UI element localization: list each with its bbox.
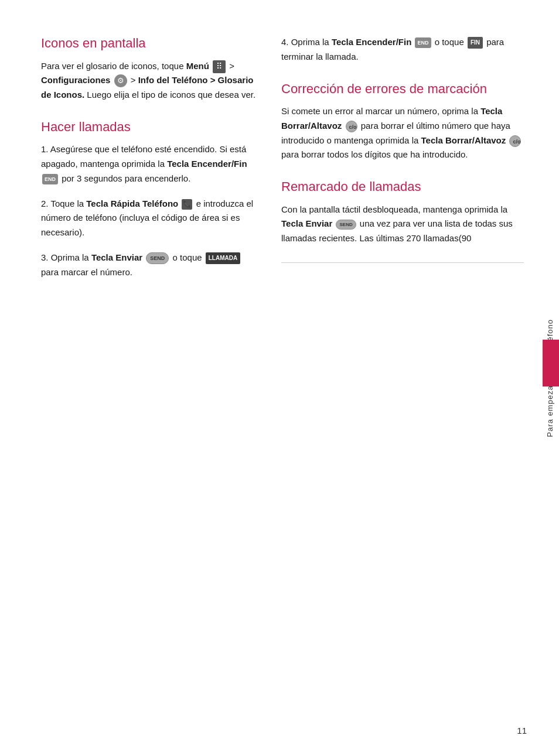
phone-icon — [182, 199, 192, 210]
main-content: Iconos en pantalla Para ver el glosario … — [0, 35, 559, 733]
bottom-divider — [281, 262, 524, 263]
item1-end: por 3 segundos para encenderlo. — [62, 173, 190, 183]
item2-start: 2. Toque la — [41, 199, 86, 208]
section-correccion: Corrección de errores de marcación Si co… — [281, 81, 524, 163]
side-tab-bar — [543, 340, 559, 386]
page-number: 11 — [517, 726, 527, 736]
corr-bold2: Tecla Borrar/Altavoz — [421, 135, 506, 145]
end-icon-4: END — [415, 37, 431, 49]
llamada-icon: LLAMADA — [206, 252, 240, 265]
section-step4: 4. Oprima la Tecla Encender/Fin END o to… — [281, 35, 524, 64]
iconos-text1: Para ver el glosario de iconos, toque — [41, 61, 186, 71]
corr-start: Si comete un error al marcar un número, … — [281, 106, 480, 116]
list-item-1-text: 1. Asegúrese que el teléfono esté encend… — [41, 142, 258, 186]
iconos-config-label: Configuraciones — [41, 75, 110, 85]
list-item-2-text: 2. Toque la Tecla Rápida Teléfono e intr… — [41, 197, 258, 240]
item3-end: para marcar el número. — [41, 267, 132, 277]
section-title-remarcado: Remarcado de llamadas — [281, 179, 524, 196]
iconos-gt2: > — [131, 75, 138, 85]
right-column: 4. Oprima la Tecla Encender/Fin END o to… — [275, 35, 524, 733]
rem-start: Con la pantalla táctil desbloqueada, man… — [281, 204, 507, 214]
settings-icon — [114, 74, 127, 87]
section-iconos: Iconos en pantalla Para ver el glosario … — [41, 35, 258, 102]
menu-icon — [213, 60, 226, 73]
list-item-3: 3. Oprima la Tecla Enviar SEND o toque L… — [41, 251, 258, 280]
list-item-2: 2. Toque la Tecla Rápida Teléfono e intr… — [41, 197, 258, 240]
step4-text: 4. Oprima la Tecla Encender/Fin END o to… — [281, 35, 524, 64]
iconos-body: Para ver el glosario de iconos, toque Me… — [41, 59, 258, 102]
iconos-gt1: > — [229, 61, 234, 71]
section-title-correccion: Corrección de errores de marcación — [281, 81, 524, 98]
corr-end: para borrar todos los dígitos que ha int… — [281, 149, 468, 159]
section-remarcado: Remarcado de llamadas Con la pantalla tá… — [281, 179, 524, 246]
iconos-menu-label: Menú — [186, 61, 209, 71]
borrar-icon-2: c/o — [509, 135, 521, 147]
step4-start: 4. Oprima la — [281, 37, 332, 47]
step4-mid: o toque — [435, 37, 466, 47]
section-hacer-llamadas: Hacer llamadas 1. Asegúrese que el teléf… — [41, 119, 258, 280]
step4-bold1: Tecla Encender/Fin — [332, 37, 411, 47]
side-tab: Para empezar con su teléfono — [540, 0, 559, 756]
iconos-text2: Luego elija el tipo de iconos que desea … — [87, 90, 255, 100]
correccion-body: Si comete un error al marcar un número, … — [281, 104, 524, 162]
page: Iconos en pantalla Para ver el glosario … — [0, 0, 559, 756]
item1-bold: Tecla Encender/Fin — [167, 159, 247, 169]
list-item-3-text: 3. Oprima la Tecla Enviar SEND o toque L… — [41, 251, 258, 280]
item3-mid: o toque — [173, 252, 204, 262]
item3-bold: Tecla Enviar — [91, 252, 142, 262]
send-icon-rem: SEND — [336, 220, 356, 230]
section-title-hacer: Hacer llamadas — [41, 119, 258, 136]
rem-bold1: Tecla Enviar — [281, 218, 332, 228]
fin-icon: FIN — [468, 37, 483, 49]
borrar-icon-1: c/o — [346, 121, 357, 132]
item3-start: 3. Oprima la — [41, 252, 91, 262]
end-icon-1: END — [42, 174, 58, 185]
left-column: Iconos en pantalla Para ver el glosario … — [41, 35, 275, 733]
send-icon-3: SEND — [146, 252, 169, 265]
list-item-1: 1. Asegúrese que el teléfono esté encend… — [41, 142, 258, 186]
section-title-iconos: Iconos en pantalla — [41, 35, 258, 52]
item2-bold: Tecla Rápida Teléfono — [86, 199, 178, 208]
remarcado-body: Con la pantalla táctil desbloqueada, man… — [281, 203, 524, 246]
